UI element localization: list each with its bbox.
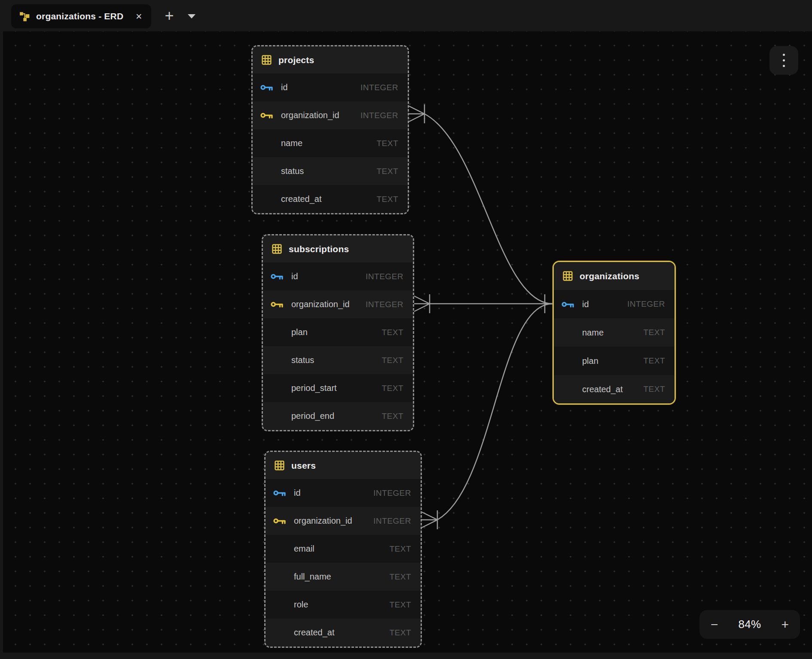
column-type: TEXT (376, 139, 398, 148)
column-name: full_name (294, 572, 383, 582)
tab-bar: organizations - ERD ✕ + (0, 0, 812, 31)
column-type: INTEGER (366, 300, 403, 309)
zoom-control: − 84% + (699, 610, 800, 639)
key-icon (271, 272, 284, 281)
tab-title: organizations - ERD (36, 11, 123, 21)
column-type: TEXT (376, 195, 398, 204)
table-name: organizations (580, 271, 639, 281)
column-type: TEXT (376, 167, 398, 176)
column-row-period_end: period_endTEXT (263, 402, 413, 430)
table-node-organizations[interactable]: organizations idINTEGERnameTEXTplanTEXTc… (553, 261, 676, 405)
column-row-period_start: period_startTEXT (263, 374, 413, 402)
column-row-full_name: full_nameTEXT (266, 563, 421, 591)
column-name: id (281, 82, 354, 92)
column-name: role (294, 600, 383, 610)
tab-list-caret-icon[interactable] (188, 14, 195, 18)
column-type: INTEGER (627, 299, 665, 309)
key-icon (273, 517, 286, 525)
column-type: INTEGER (373, 488, 411, 498)
column-name: period_start (291, 383, 375, 393)
zoom-out-button[interactable]: − (711, 618, 718, 631)
column-list: idINTEGERnameTEXTplanTEXTcreated_atTEXT (554, 290, 675, 403)
key-icon (562, 300, 574, 308)
key-icon (273, 489, 286, 497)
tab-close-icon[interactable]: ✕ (135, 12, 142, 21)
column-list: idINTEGERorganization_idINTEGERnameTEXTs… (253, 73, 408, 213)
table-name: users (291, 461, 316, 471)
table-grid-icon (272, 244, 282, 254)
schema-icon (19, 11, 30, 22)
table-header: projects (253, 46, 408, 73)
column-type: TEXT (643, 328, 665, 337)
primary-key-icon (273, 489, 294, 497)
key-icon (260, 111, 273, 119)
column-name: created_at (294, 628, 383, 638)
table-node-subscriptions[interactable]: subscriptions idINTEGERorganization_idIN… (262, 234, 414, 431)
column-row-plan: planTEXT (263, 318, 413, 346)
column-row-id: idINTEGER (263, 262, 413, 290)
column-row-created_at: created_atTEXT (253, 185, 408, 213)
table-grid-icon (562, 271, 573, 281)
column-type: INTEGER (373, 516, 411, 526)
table-grid-icon (261, 55, 272, 65)
column-name: name (582, 328, 637, 338)
canvas-menu-button[interactable] (769, 46, 798, 75)
table-header: organizations (554, 262, 675, 290)
column-row-role: roleTEXT (266, 591, 421, 619)
column-name: id (291, 272, 360, 281)
column-row-organization_id: organization_idINTEGER (266, 507, 421, 535)
table-node-users[interactable]: users idINTEGERorganization_idINTEGERema… (264, 451, 422, 648)
column-row-id: idINTEGER (253, 73, 408, 101)
column-type: TEXT (382, 412, 403, 421)
column-name: organization_id (291, 299, 360, 309)
column-name: name (281, 138, 370, 148)
column-row-id: idINTEGER (554, 290, 675, 318)
new-tab-button[interactable]: + (160, 6, 179, 25)
column-name: id (582, 299, 621, 309)
column-type: TEXT (382, 384, 403, 393)
column-type: INTEGER (360, 111, 398, 120)
column-row-name: nameTEXT (554, 318, 675, 347)
foreign-key-icon (271, 300, 291, 308)
table-header: subscriptions (263, 235, 413, 262)
column-row-organization_id: organization_idINTEGER (263, 290, 413, 318)
column-row-status: statusTEXT (253, 157, 408, 185)
primary-key-icon (271, 272, 291, 281)
column-row-id: idINTEGER (266, 479, 421, 507)
column-type: TEXT (389, 628, 411, 638)
erd-app-window: { "tab_bar": { "active_tab": { "title": … (0, 0, 812, 659)
column-type: TEXT (389, 600, 411, 610)
column-row-organization_id: organization_idINTEGER (253, 101, 408, 129)
column-row-created_at: created_atTEXT (266, 619, 421, 647)
column-name: created_at (582, 384, 637, 394)
column-type: TEXT (643, 356, 665, 366)
primary-key-icon (562, 300, 582, 308)
column-row-created_at: created_atTEXT (554, 375, 675, 403)
column-name: plan (291, 327, 375, 337)
column-type: TEXT (382, 356, 403, 365)
column-type: TEXT (389, 544, 411, 554)
foreign-key-icon (273, 517, 294, 525)
column-type: TEXT (382, 328, 403, 337)
table-node-projects[interactable]: projects idINTEGERorganization_idINTEGER… (251, 45, 409, 214)
column-type: TEXT (389, 572, 411, 582)
kebab-menu-icon (783, 54, 785, 56)
column-name: id (294, 488, 367, 498)
table-grid-icon (274, 460, 285, 471)
key-icon (271, 300, 284, 308)
column-row-name: nameTEXT (253, 129, 408, 157)
zoom-in-button[interactable]: + (781, 618, 789, 631)
zoom-level: 84% (739, 618, 761, 631)
key-icon (260, 83, 273, 92)
table-name: subscriptions (289, 244, 349, 254)
foreign-key-icon (260, 111, 281, 119)
tab-organizations-erd[interactable]: organizations - ERD ✕ (11, 4, 151, 28)
column-list: idINTEGERorganization_idINTEGERemailTEXT… (266, 479, 421, 647)
column-name: organization_id (281, 110, 354, 120)
column-name: status (281, 166, 370, 176)
column-type: INTEGER (366, 272, 403, 281)
column-row-email: emailTEXT (266, 535, 421, 563)
table-header: users (266, 452, 421, 479)
column-name: period_end (291, 411, 375, 421)
column-type: TEXT (643, 384, 665, 394)
